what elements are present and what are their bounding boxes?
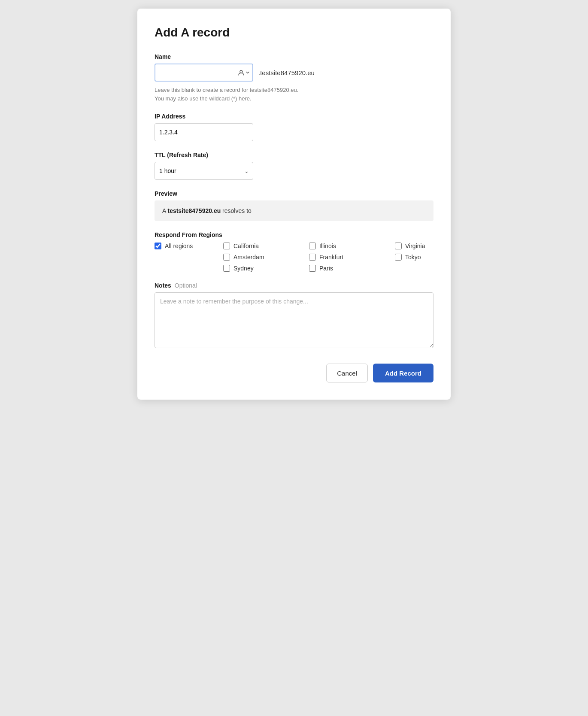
name-label: Name [155, 53, 433, 60]
cancel-button[interactable]: Cancel [326, 364, 368, 382]
action-row: Cancel Add Record [155, 364, 433, 382]
domain-suffix: .testsite8475920.eu [258, 69, 315, 76]
checkbox-tokyo-label: Tokyo [405, 254, 421, 261]
preview-label: Preview [155, 190, 433, 197]
name-row: .testsite8475920.eu [155, 64, 433, 82]
checkbox-amsterdam-input[interactable] [223, 254, 230, 261]
checkbox-tokyo-input[interactable] [395, 254, 402, 261]
checkbox-frankfurt-input[interactable] [309, 254, 316, 261]
notes-optional: Optional [175, 282, 197, 289]
checkbox-tokyo[interactable]: Tokyo [395, 254, 481, 261]
checkbox-sydney-label: Sydney [233, 265, 254, 272]
name-field-group: Name .testsite8475920.eu Leave this bl [155, 53, 433, 103]
add-record-dialog: Add A record Name .testsite8475920.eu [137, 9, 451, 400]
preview-field-group: Preview A testsite8475920.eu resolves to [155, 190, 433, 221]
regions-section: Respond From Regions All regions Califor… [155, 231, 433, 272]
checkbox-illinois[interactable]: Illinois [309, 243, 395, 249]
ip-address-field-group: IP Address [155, 113, 433, 141]
ip-address-input[interactable] [155, 123, 253, 141]
notes-textarea[interactable] [155, 292, 433, 348]
checkbox-california[interactable]: California [223, 243, 309, 249]
ip-address-label: IP Address [155, 113, 433, 120]
checkbox-california-label: California [233, 243, 259, 249]
checkbox-paris-input[interactable] [309, 265, 316, 272]
name-input-wrapper [155, 64, 253, 82]
ttl-select[interactable]: Auto 1 minute 2 minutes 5 minutes 10 min… [155, 162, 253, 180]
preview-domain: testsite8475920.eu [167, 207, 221, 214]
checkbox-virginia-input[interactable] [395, 243, 402, 249]
ttl-label: TTL (Refresh Rate) [155, 152, 433, 158]
checkbox-paris[interactable]: Paris [309, 265, 395, 272]
ttl-field-group: TTL (Refresh Rate) Auto 1 minute 2 minut… [155, 152, 433, 180]
name-hint-line2: You may also use the wildcard (*) here. [155, 95, 252, 102]
notes-field-group: Notes Optional [155, 282, 433, 350]
name-hint-line1: Leave this blank to create a record for … [155, 87, 298, 93]
checkbox-amsterdam[interactable]: Amsterdam [223, 254, 309, 261]
checkbox-illinois-input[interactable] [309, 243, 316, 249]
regions-grid: All regions California Illinois Virginia… [155, 243, 433, 272]
name-hint: Leave this blank to create a record for … [155, 86, 433, 103]
preview-text-after: resolves to [221, 207, 252, 214]
regions-label: Respond From Regions [155, 231, 433, 238]
checkbox-paris-label: Paris [319, 265, 333, 272]
preview-box: A testsite8475920.eu resolves to [155, 200, 433, 221]
notes-label: Notes Optional [155, 282, 433, 289]
checkbox-frankfurt[interactable]: Frankfurt [309, 254, 395, 261]
checkbox-amsterdam-label: Amsterdam [233, 254, 264, 261]
add-record-button[interactable]: Add Record [373, 364, 433, 382]
checkbox-all-regions[interactable]: All regions [155, 243, 223, 249]
dialog-title: Add A record [155, 26, 433, 39]
name-input[interactable] [155, 64, 253, 82]
checkbox-illinois-label: Illinois [319, 243, 336, 249]
checkbox-all-regions-input[interactable] [155, 243, 161, 249]
checkbox-sydney[interactable]: Sydney [223, 265, 309, 272]
checkbox-all-regions-label: All regions [165, 243, 193, 249]
checkbox-virginia[interactable]: Virginia [395, 243, 481, 249]
preview-text-before: A [162, 207, 167, 214]
ttl-select-wrapper: Auto 1 minute 2 minutes 5 minutes 10 min… [155, 162, 253, 180]
checkbox-virginia-label: Virginia [405, 243, 425, 249]
checkbox-california-input[interactable] [223, 243, 230, 249]
checkbox-sydney-input[interactable] [223, 265, 230, 272]
checkbox-frankfurt-label: Frankfurt [319, 254, 343, 261]
